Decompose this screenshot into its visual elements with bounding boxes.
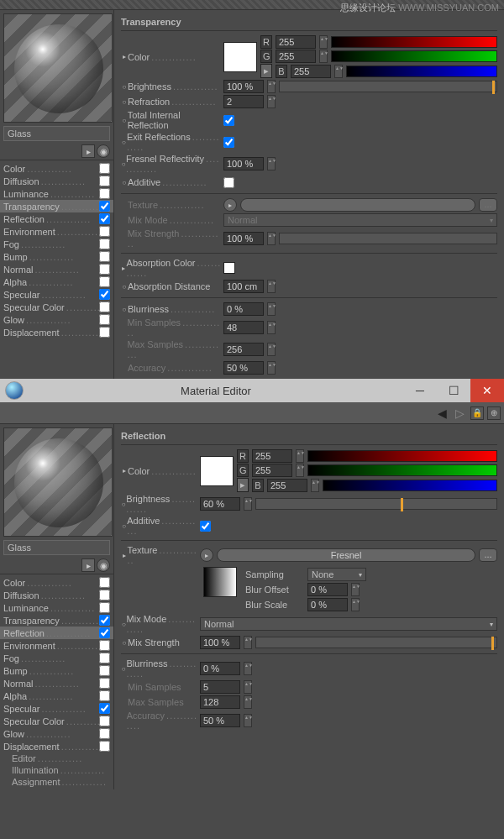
- channel-checkbox[interactable]: [99, 640, 110, 651]
- channel-specular[interactable]: Specular: [0, 702, 113, 715]
- channel-normal[interactable]: Normal: [0, 263, 113, 275]
- channel-checkbox[interactable]: [99, 289, 110, 300]
- channel-editor[interactable]: Editor: [0, 752, 113, 764]
- channel-checkbox[interactable]: [99, 188, 110, 199]
- r-spinner[interactable]: ▲▼: [296, 449, 304, 463]
- b-spinner[interactable]: ▲▼: [311, 479, 319, 492]
- material-preview[interactable]: [3, 13, 113, 123]
- g-input[interactable]: [252, 464, 292, 477]
- absdist-spinner[interactable]: ▲▼: [267, 280, 276, 293]
- channel-checkbox[interactable]: [99, 653, 110, 663]
- b-slider[interactable]: [323, 480, 497, 491]
- channel-checkbox[interactable]: [99, 213, 110, 224]
- brightness-spinner[interactable]: ▲▼: [267, 80, 276, 93]
- channel-checkbox[interactable]: [99, 690, 110, 701]
- channel-displacement[interactable]: Displacement: [0, 326, 113, 338]
- expand-icon[interactable]: ▸: [121, 53, 128, 60]
- mixstr-input[interactable]: [223, 232, 264, 245]
- color-swatch[interactable]: [223, 42, 257, 72]
- channel-alpha[interactable]: Alpha: [0, 275, 113, 288]
- channel-checkbox[interactable]: [99, 590, 110, 600]
- new-instance-icon[interactable]: ⊕: [487, 406, 501, 420]
- titlebar[interactable]: Material Editor ─ ☐ ✕: [0, 379, 504, 402]
- texture-field[interactable]: [240, 198, 475, 212]
- channel-checkbox[interactable]: [99, 302, 110, 312]
- channel-checkbox[interactable]: [99, 264, 110, 275]
- b-expand-button[interactable]: ▸: [237, 478, 249, 492]
- channel-luminance[interactable]: Luminance: [0, 601, 113, 614]
- absorb-color-swatch[interactable]: [223, 262, 235, 274]
- blur-input[interactable]: [223, 302, 264, 316]
- channel-checkbox[interactable]: [99, 201, 110, 212]
- texture-menu-button[interactable]: ▸: [223, 198, 237, 212]
- channel-checkbox[interactable]: [99, 276, 110, 287]
- material-name-field[interactable]: Glass: [3, 126, 110, 141]
- channel-checkbox[interactable]: [99, 226, 110, 237]
- channel-checkbox[interactable]: [99, 163, 110, 174]
- r-input[interactable]: [276, 35, 316, 49]
- mixmode-dropdown[interactable]: Normal▾: [200, 617, 497, 631]
- blur-spinner[interactable]: ▲▼: [244, 662, 252, 675]
- channel-luminance[interactable]: Luminance: [0, 187, 113, 200]
- g-slider[interactable]: [331, 50, 497, 62]
- brightness-input[interactable]: [200, 497, 240, 511]
- channel-specular[interactable]: Specular: [0, 288, 113, 301]
- nav-fwd-icon[interactable]: ▷: [453, 406, 467, 420]
- mixstr-spinner[interactable]: ▲▼: [244, 636, 252, 649]
- additive-checkbox[interactable]: [223, 177, 234, 188]
- r-slider[interactable]: [307, 450, 497, 462]
- channel-illumination[interactable]: Illumination: [0, 764, 113, 776]
- channel-specular-color[interactable]: Specular Color: [0, 301, 113, 313]
- minimize-button[interactable]: ─: [403, 379, 437, 402]
- channel-checkbox[interactable]: [99, 251, 110, 262]
- channel-checkbox[interactable]: [99, 716, 110, 726]
- channel-checkbox[interactable]: [99, 741, 110, 752]
- sampling-dropdown[interactable]: None▾: [307, 568, 366, 581]
- channel-checkbox[interactable]: [99, 602, 110, 613]
- channel-checkbox[interactable]: [99, 627, 110, 638]
- texture-browse-button[interactable]: ...: [479, 198, 497, 212]
- blur-spinner[interactable]: ▲▼: [267, 302, 276, 316]
- channel-fog[interactable]: Fog: [0, 652, 113, 664]
- bluroff-spinner[interactable]: ▲▼: [351, 583, 360, 596]
- channel-bump[interactable]: Bump: [0, 250, 113, 263]
- mixmode-dropdown[interactable]: Normal▾: [223, 213, 497, 227]
- channel-checkbox[interactable]: [99, 327, 110, 338]
- refraction-input[interactable]: [223, 95, 264, 108]
- channel-checkbox[interactable]: [99, 239, 110, 249]
- brightness-slider[interactable]: [279, 81, 497, 92]
- channel-specular-color[interactable]: Specular Color: [0, 715, 113, 727]
- expand-icon[interactable]: ▸: [121, 467, 128, 475]
- channel-alpha[interactable]: Alpha: [0, 690, 113, 702]
- tir-checkbox[interactable]: [223, 115, 234, 126]
- texture-field[interactable]: Fresnel: [217, 548, 475, 562]
- absdist-input[interactable]: [223, 280, 264, 293]
- texture-menu-button[interactable]: ▸: [200, 548, 213, 562]
- b-slider[interactable]: [346, 66, 497, 77]
- r-spinner[interactable]: ▲▼: [319, 35, 328, 49]
- blurscale-spinner[interactable]: ▲▼: [351, 598, 360, 611]
- additive-checkbox[interactable]: [200, 521, 211, 532]
- channel-fog[interactable]: Fog: [0, 238, 113, 250]
- refraction-spinner[interactable]: ▲▼: [267, 95, 276, 108]
- channel-bump[interactable]: Bump: [0, 664, 113, 677]
- channel-transparency[interactable]: Transparency: [0, 614, 113, 627]
- material-name-field[interactable]: Glass: [3, 540, 110, 555]
- channel-normal[interactable]: Normal: [0, 677, 113, 690]
- channel-checkbox[interactable]: [99, 703, 110, 714]
- channel-color[interactable]: Color: [0, 576, 113, 589]
- channel-displacement[interactable]: Displacement: [0, 740, 113, 752]
- channel-checkbox[interactable]: [99, 176, 110, 186]
- channel-glow[interactable]: Glow: [0, 313, 113, 326]
- brightness-slider[interactable]: [255, 498, 497, 510]
- texture-browse-button[interactable]: ...: [479, 548, 497, 562]
- channel-checkbox[interactable]: [99, 615, 110, 626]
- channel-color[interactable]: Color: [0, 162, 113, 175]
- g-slider[interactable]: [307, 464, 497, 476]
- b-input[interactable]: [267, 479, 307, 492]
- mixstr-input[interactable]: [200, 636, 240, 649]
- arrow-icon[interactable]: ▸: [81, 558, 95, 572]
- r-input[interactable]: [252, 449, 292, 463]
- channel-checkbox[interactable]: [99, 577, 110, 588]
- b-input[interactable]: [291, 65, 331, 78]
